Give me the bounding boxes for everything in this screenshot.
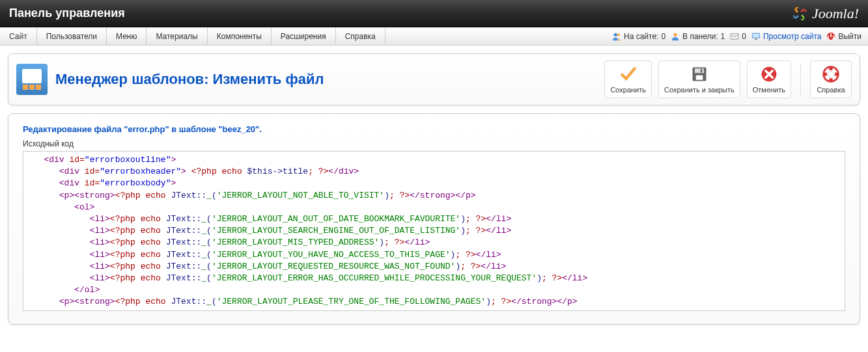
svg-rect-10 [695, 68, 704, 73]
on-site-count: 0 [661, 32, 665, 41]
template-manager-icon [16, 64, 48, 95]
menu-item-1[interactable]: Пользователи [37, 27, 107, 45]
save-close-button[interactable]: Сохранить и закрыть [658, 61, 740, 98]
help-button[interactable]: Справка [810, 61, 852, 98]
menu-item-6[interactable]: Справка [336, 27, 385, 45]
joomla-icon [791, 5, 808, 22]
menu-item-5[interactable]: Расширения [272, 27, 336, 45]
svg-rect-11 [696, 75, 703, 80]
logout-label: Выйти [838, 32, 861, 41]
main-menu: СайтПользователиМенюМатериалыКомпонентыР… [0, 27, 385, 45]
page-title: Менеджер шаблонов: Изменить файл [55, 71, 324, 88]
help-label: Справка [817, 86, 845, 94]
user-icon [671, 32, 680, 41]
content-area: Менеджер шаблонов: Изменить файл Сохрани… [0, 46, 868, 332]
floppy-icon [690, 65, 708, 83]
logout-icon [826, 32, 835, 41]
svg-rect-12 [701, 69, 703, 72]
cancel-label: Отменить [753, 86, 785, 94]
menubar: СайтПользователиМенюМатериалыКомпонентыР… [0, 27, 868, 46]
save-button[interactable]: Сохранить [604, 61, 652, 98]
status-visitors: На сайте: 0 [612, 32, 665, 41]
status-bar: На сайте: 0 В панели: 1 0 Просмотр сайта [612, 27, 868, 45]
svg-point-1 [617, 33, 619, 36]
cancel-icon [760, 65, 778, 83]
preview-label: Просмотр сайта [763, 32, 822, 41]
msg-count: 0 [742, 32, 746, 41]
menu-item-4[interactable]: Компоненты [208, 27, 272, 45]
menu-item-3[interactable]: Материалы [147, 27, 207, 45]
source-code-label: Исходный код [16, 139, 852, 151]
svg-point-15 [828, 72, 834, 77]
editor-panel: Редактирование файла "error.php" в шабло… [8, 113, 860, 325]
in-panel-count: 1 [721, 32, 725, 41]
lifebuoy-icon [822, 65, 840, 83]
on-site-label: На сайте: [624, 32, 658, 41]
header-title: Панель управления [9, 7, 125, 20]
svg-rect-6 [755, 38, 757, 40]
mail-icon [730, 32, 739, 41]
svg-rect-8 [831, 33, 832, 36]
toolbar-separator [800, 63, 801, 96]
menu-item-2[interactable]: Меню [107, 27, 147, 45]
monitor-icon [751, 32, 761, 41]
save-close-label: Сохранить и закрыть [664, 86, 735, 94]
users-icon [612, 32, 621, 41]
svg-rect-5 [753, 33, 760, 37]
preview-site-link[interactable]: Просмотр сайта [751, 32, 822, 41]
brand-text: Joomla! [812, 5, 859, 22]
source-code-textarea[interactable]: <div id="errorboxoutline"> <div id="erro… [23, 151, 845, 311]
in-panel-label: В панели: [682, 32, 718, 41]
brand-logo: Joomla! [791, 5, 859, 22]
editor-title: Редактирование файла "error.php" в шабло… [16, 120, 852, 139]
logout-link[interactable]: Выйти [826, 32, 861, 41]
save-label: Сохранить [610, 86, 646, 94]
svg-rect-3 [731, 33, 738, 39]
title-panel: Менеджер шаблонов: Изменить файл Сохрани… [8, 53, 860, 105]
check-icon [619, 65, 637, 83]
status-messages[interactable]: 0 [730, 32, 746, 41]
cancel-button[interactable]: Отменить [747, 61, 791, 98]
svg-point-2 [673, 33, 677, 36]
status-admins: В панели: 1 [671, 32, 725, 41]
app-header: Панель управления Joomla! [0, 0, 868, 27]
menu-item-0[interactable]: Сайт [0, 27, 37, 45]
svg-point-0 [614, 33, 617, 36]
toolbar: Сохранить Сохранить и закрыть Отменить [604, 61, 852, 98]
